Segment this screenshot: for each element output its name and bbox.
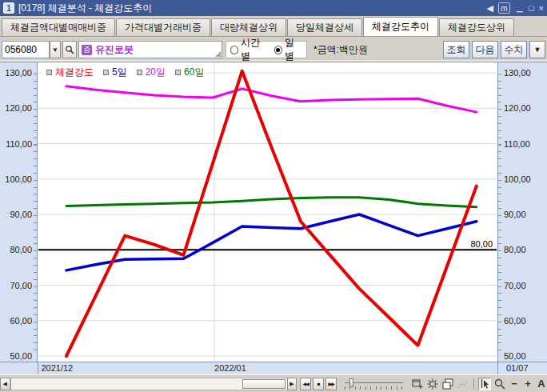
y-tick-label: 70,00	[10, 281, 32, 290]
memo-icon[interactable]: m	[498, 2, 510, 14]
y-tick-label: 90,00	[10, 210, 32, 219]
chart-legend: 체결강도5일20일60일	[43, 65, 207, 80]
next-button[interactable]: 다음	[472, 41, 498, 58]
scroll-left-button[interactable]: ◀	[0, 378, 10, 390]
radio-daily-label: 일별	[285, 36, 302, 63]
legend-square-icon	[175, 70, 181, 75]
toolbar-divider	[473, 378, 474, 390]
amount-unit-note: *금액:백만원	[313, 41, 368, 58]
numeric-button[interactable]: 수치	[501, 41, 527, 58]
legend-square-icon	[137, 70, 142, 75]
zoom-tool-button[interactable]	[493, 378, 506, 390]
scrollbar-thumb[interactable]	[242, 379, 285, 389]
series-line-1	[66, 71, 477, 356]
legend-label: 5일	[112, 66, 127, 79]
y-tick-label: 50,00	[504, 351, 526, 361]
radio-hourly-label: 시간별	[241, 36, 267, 63]
chart-svg	[38, 62, 497, 362]
legend-item-3[interactable]: 20일	[137, 66, 166, 79]
legend-square-icon	[103, 70, 109, 75]
trend-overlay-button[interactable]	[457, 378, 469, 390]
magnifier-icon	[494, 378, 505, 390]
stock-code-value: 056080	[5, 44, 37, 55]
window-number-badge: 1	[3, 2, 14, 14]
add-window-icon	[412, 378, 423, 390]
scroll-right-button[interactable]: ▶	[287, 378, 297, 390]
forward-button[interactable]: ▶▶	[325, 378, 337, 390]
stock-name-field[interactable]: 증 유진로봇	[78, 41, 222, 58]
title-bar: 1 [0178] 체결분석 - 체결강도추이 ◀ m ＿ □ ×	[0, 0, 547, 16]
more-dropdown-button[interactable]: ▼	[529, 41, 545, 58]
radio-daily[interactable]: 일별	[274, 36, 302, 63]
radio-circle-icon	[230, 46, 238, 54]
stock-search-button[interactable]	[62, 41, 77, 58]
tab-bar: 체결금액대별매매비중가격대별거래비중대량체결상위당일체결상세체결강도추이체결강도…	[0, 16, 547, 37]
x-axis-right-label: 01/07	[497, 362, 547, 374]
cascade-windows-button[interactable]	[441, 378, 454, 390]
stock-type-badge: 증	[82, 45, 92, 55]
legend-item-4[interactable]: 60일	[175, 66, 204, 79]
bottom-toolbar: ◀ ▶ ◀◀ ■ ▶▶	[0, 374, 547, 392]
radio-hourly[interactable]: 시간별	[230, 36, 268, 63]
horizontal-scrollbar[interactable]	[10, 378, 287, 390]
control-bar: 056080 ▼ 증 유진로봇 시간별 일별 *금액:백만원 조회 다음	[0, 37, 547, 62]
trend-line-icon	[457, 378, 469, 390]
y-tick-label: 130,00	[504, 68, 531, 78]
search-icon	[65, 45, 74, 54]
stop-button[interactable]: ■	[313, 378, 324, 390]
resize-grip-icon	[215, 51, 221, 57]
cursor-tool-button[interactable]	[478, 378, 491, 390]
legend-square-icon	[46, 70, 52, 75]
code-dropdown-button[interactable]: ▼	[50, 41, 61, 58]
y-tick-label: 110,00	[504, 139, 530, 149]
y-tick-label: 130,00	[5, 68, 32, 78]
nav-back-icon[interactable]: ◀	[486, 3, 493, 14]
x-tick-label: 2021/12	[41, 363, 73, 373]
tab-2[interactable]: 가격대별거래비중	[116, 18, 210, 36]
y-tick-label: 70,00	[504, 281, 526, 290]
y-tick-label: 90,00	[504, 210, 526, 219]
stock-name: 유진로봇	[95, 43, 134, 57]
legend-label: 20일	[146, 66, 166, 79]
zoom-in-button[interactable]: +	[522, 378, 533, 390]
reference-line-label: 80,00	[470, 239, 493, 249]
legend-item-1[interactable]: 체결강도	[46, 66, 94, 79]
y-tick-label: 110,00	[6, 139, 32, 149]
maximize-button[interactable]: □	[529, 3, 534, 13]
y-axis-left: 130,00120,00110,00100,0090,0080,0070,006…	[0, 62, 38, 362]
stock-code-input[interactable]: 056080	[2, 41, 50, 58]
y-axis-right: 130,00120,00110,00100,0090,0080,0070,006…	[497, 62, 547, 362]
close-button[interactable]: ×	[539, 3, 544, 13]
y-tick-label: 60,00	[504, 316, 526, 326]
zoom-slider[interactable]	[343, 376, 405, 392]
tab-3[interactable]: 대량체결상위	[211, 18, 286, 36]
series-line-4	[66, 198, 477, 207]
slider-ticks	[345, 386, 403, 390]
period-radio-group: 시간별 일별	[226, 41, 307, 58]
window-title: [0178] 체결분석 - 체결강도추이	[18, 2, 152, 15]
y-tick-label: 120,00	[504, 103, 531, 113]
rewind-button[interactable]: ◀◀	[300, 378, 311, 390]
settings-button[interactable]	[426, 378, 439, 390]
app-window: 1 [0178] 체결분석 - 체결강도추이 ◀ m ＿ □ × 체결금액대별매…	[0, 0, 547, 392]
tab-4[interactable]: 당일체결상세	[287, 18, 362, 36]
new-window-button[interactable]	[411, 378, 424, 390]
font-size-button[interactable]: A	[536, 378, 547, 390]
radio-circle-selected-icon	[274, 46, 282, 54]
tab-1[interactable]: 체결금액대별매매비중	[2, 18, 115, 36]
minimize-button[interactable]: ＿	[515, 2, 524, 14]
query-button[interactable]: 조회	[443, 41, 469, 58]
y-tick-label: 60,00	[10, 316, 32, 326]
y-tick-label: 100,00	[504, 174, 531, 184]
legend-item-2[interactable]: 5일	[103, 66, 127, 79]
axis-corner-divider	[38, 362, 38, 375]
cursor-select-icon	[480, 378, 490, 389]
legend-label: 60일	[184, 66, 204, 79]
legend-label: 체결강도	[55, 66, 94, 79]
tab-5[interactable]: 체결강도추이	[363, 17, 438, 36]
zoom-out-button[interactable]: −	[509, 378, 520, 390]
y-tick-label: 80,00	[10, 245, 32, 254]
y-tick-label: 50,00	[10, 351, 32, 361]
tab-6[interactable]: 체결강도상위	[439, 18, 514, 36]
y-tick-label: 120,00	[5, 103, 32, 113]
